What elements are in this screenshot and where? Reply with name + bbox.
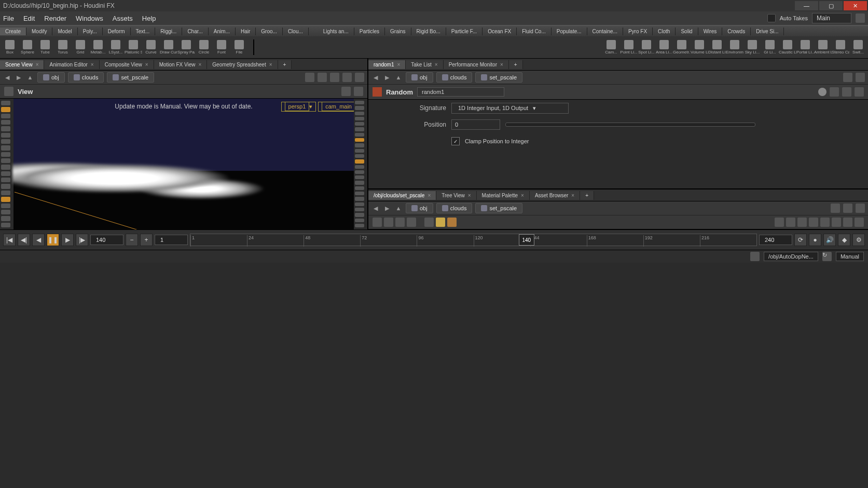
- current-frame-field[interactable]: 140: [90, 235, 123, 245]
- shelf-tool-portalli[interactable]: Portal Li...: [797, 40, 813, 55]
- pane-tab[interactable]: /obj/clouds/set_pscale ×: [368, 191, 436, 200]
- nnav-up-icon[interactable]: ▲: [394, 204, 403, 212]
- pane-tab[interactable]: Take List ×: [406, 60, 443, 69]
- nav-back-icon[interactable]: ◀: [3, 73, 11, 82]
- nav-up2-icon[interactable]: ▲: [394, 73, 403, 82]
- param-h-icon[interactable]: [830, 87, 839, 97]
- status-eye-icon[interactable]: [750, 252, 760, 261]
- shelf-tool-cam[interactable]: Cam...: [603, 40, 619, 55]
- gear-icon[interactable]: [818, 88, 826, 96]
- ncrumb-obj[interactable]: obj: [406, 203, 433, 213]
- shelf-tab[interactable]: Particles: [354, 28, 385, 35]
- expand-icon[interactable]: [856, 73, 865, 82]
- start-frame-field[interactable]: 1: [155, 235, 188, 245]
- distrib-icon[interactable]: [809, 218, 818, 227]
- pane-tab[interactable]: Motion FX View ×: [154, 60, 208, 69]
- shelf-tab[interactable]: Pyro FX: [623, 28, 653, 35]
- crumb-obj[interactable]: obj: [37, 72, 65, 83]
- close-tab-icon[interactable]: ×: [36, 62, 39, 67]
- shelf-tab[interactable]: Groo...: [256, 28, 283, 35]
- layout-h-icon[interactable]: [775, 218, 784, 227]
- add-tab-button[interactable]: +: [509, 60, 523, 69]
- pane-tab[interactable]: Composite View ×: [100, 60, 154, 69]
- add-tab-button[interactable]: +: [278, 60, 292, 69]
- pane-tab[interactable]: random1 ×: [368, 60, 406, 69]
- nring-icon[interactable]: [843, 204, 852, 213]
- menu-render[interactable]: Render: [44, 15, 66, 22]
- sticky-note-icon[interactable]: [436, 218, 445, 227]
- close-tab-icon[interactable]: ×: [145, 62, 148, 67]
- window-minimize[interactable]: —: [795, 1, 818, 10]
- ngear-icon[interactable]: [856, 204, 865, 213]
- clamp-checkbox[interactable]: ✓: [451, 137, 460, 145]
- audio-icon[interactable]: 🔊: [823, 234, 836, 246]
- window-maximize[interactable]: ▢: [819, 1, 843, 10]
- pathbar-opt4-icon[interactable]: [342, 73, 352, 82]
- shelf-tab[interactable]: Drive Si...: [751, 28, 784, 35]
- range-lock-icon[interactable]: ●: [809, 234, 821, 246]
- end-frame-field[interactable]: 240: [759, 235, 792, 245]
- take-selector[interactable]: Main: [812, 13, 851, 23]
- menu-assets[interactable]: Assets: [113, 15, 133, 22]
- menu-file[interactable]: File: [3, 15, 14, 22]
- layout-v-icon[interactable]: [786, 218, 795, 227]
- play-fwd-button[interactable]: ▶: [61, 234, 74, 246]
- align-icon[interactable]: [797, 218, 807, 227]
- update-refresh-icon[interactable]: ↻: [822, 252, 832, 261]
- shelf-tool-box[interactable]: Box: [2, 40, 18, 55]
- pathbar-opt2-icon[interactable]: [318, 73, 327, 82]
- pathbar-opt3-icon[interactable]: [330, 73, 339, 82]
- auto-takes-toggle[interactable]: [767, 14, 776, 22]
- close-tab-icon[interactable]: ×: [500, 62, 503, 67]
- menu-edit[interactable]: Edit: [23, 15, 35, 22]
- close-tab-icon[interactable]: ×: [397, 62, 400, 67]
- save-net-icon[interactable]: [424, 218, 434, 227]
- shelf-tool-volumeli[interactable]: Volume Li...: [692, 40, 707, 55]
- shelf-tool-areali[interactable]: Area Li...: [656, 40, 672, 55]
- shelf-tab[interactable]: Populate...: [552, 28, 587, 35]
- shelf-tool-lsyst[interactable]: LSyst...: [108, 40, 123, 55]
- timeline-cursor[interactable]: 140: [519, 234, 534, 246]
- nnav-fwd-icon[interactable]: ▶: [383, 204, 391, 212]
- close-tab-icon[interactable]: ×: [91, 62, 94, 67]
- zoom-icon[interactable]: [855, 218, 864, 227]
- shelf-tool-grid[interactable]: Grid: [73, 40, 88, 55]
- grid-view-icon[interactable]: [407, 218, 416, 227]
- shelf-tool-environme[interactable]: Environme...: [727, 40, 742, 55]
- shelf-tool-spotli[interactable]: Spot Li...: [639, 40, 654, 55]
- pause-button[interactable]: ❚❚: [47, 234, 59, 246]
- pane-tab[interactable]: Asset Browser ×: [530, 191, 580, 200]
- pathbar-opt1-icon[interactable]: [305, 73, 314, 82]
- close-tab-icon[interactable]: ×: [269, 62, 272, 67]
- close-tab-icon[interactable]: ×: [571, 193, 574, 198]
- shelf-tab[interactable]: Crowds: [722, 28, 751, 35]
- shelf-tool-gili[interactable]: GI Li...: [762, 40, 778, 55]
- shelf-tab[interactable]: Create: [0, 28, 26, 35]
- shelf-tool-causticli[interactable]: Caustic Li...: [780, 40, 795, 55]
- menu-help[interactable]: Help: [142, 15, 156, 22]
- viewport[interactable]: Update mode is Manual. View may be out o…: [0, 99, 367, 229]
- param-info-icon[interactable]: [842, 87, 851, 97]
- position-field[interactable]: 0: [451, 119, 500, 130]
- pane-tab[interactable]: Geometry Spreadsheet ×: [207, 60, 278, 69]
- globalanim-icon[interactable]: ⚙: [852, 234, 865, 246]
- update-mode-select[interactable]: Manual: [836, 252, 864, 261]
- shelf-tool-metab[interactable]: Metab...: [90, 40, 106, 55]
- shelf-tab[interactable]: Lights an...: [318, 28, 354, 35]
- shelf-tool-tube[interactable]: Tube: [37, 40, 53, 55]
- ncrumb-clouds[interactable]: clouds: [436, 203, 473, 213]
- shelf-tool-file[interactable]: File: [231, 40, 247, 55]
- shelf-tab[interactable]: Cloth: [653, 28, 676, 35]
- view-help-icon[interactable]: [354, 87, 363, 96]
- play-back-button[interactable]: ◀: [32, 234, 45, 246]
- param-help-icon[interactable]: [855, 87, 864, 97]
- netbox-icon[interactable]: [447, 218, 457, 227]
- pin2-icon[interactable]: [843, 73, 852, 82]
- shelf-tool-geometr[interactable]: Geometr...: [674, 40, 690, 55]
- shelf-tab[interactable]: Wires: [698, 28, 723, 35]
- pane-tab[interactable]: Animation Editor ×: [44, 60, 99, 69]
- pane-tab[interactable]: Tree View ×: [436, 191, 476, 200]
- position-slider[interactable]: [505, 123, 755, 127]
- shelf-tab[interactable]: Rigid Bo...: [411, 28, 446, 35]
- nnav-back-icon[interactable]: ◀: [371, 204, 380, 212]
